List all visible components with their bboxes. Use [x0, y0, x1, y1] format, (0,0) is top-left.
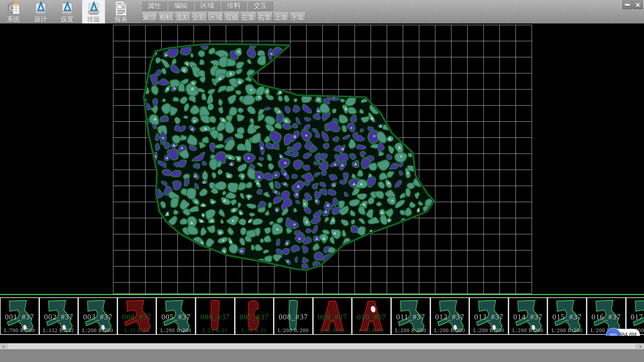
scroll-left-arrow[interactable]: ‹	[0, 343, 7, 349]
tool-button-label: 设置	[61, 16, 73, 23]
minimize-button[interactable]	[623, 1, 632, 9]
horizontal-scrollbar[interactable]: ‹ ›	[0, 343, 644, 349]
tool-button-系统[interactable]: 系统	[2, 0, 25, 23]
close-button[interactable]: ×	[633, 1, 643, 9]
tool-button-label: 系统	[7, 16, 20, 23]
piece-lr-count: L:200 R:200	[392, 327, 430, 334]
piece-thumbnail-009_#37[interactable]: 009_#37L:32 R:31	[313, 297, 352, 335]
piece-thumbnail-015_#37[interactable]: 015_#37L:200 R:200	[547, 297, 587, 335]
command-button-row: 聚排相机选割全割区域瑕疵左靠右靠上靠下靠	[142, 12, 306, 23]
command-button-相机[interactable]: 相机	[158, 12, 174, 23]
piece-lr-count: L:31 R:31	[118, 327, 156, 334]
piece-id-label: 004_#37	[118, 313, 156, 321]
scrollbar-thumb[interactable]	[8, 344, 635, 349]
piece-thumbnail-010_#37[interactable]: 010_#37L:33 R:33	[352, 297, 391, 335]
minimize-icon	[625, 4, 630, 6]
piece-thumbnail-011_#37[interactable]: 011_#37L:200 R:200	[391, 297, 430, 335]
tool-button-label: 报表	[115, 16, 127, 23]
piece-lr-count: L:200 R:200	[470, 327, 508, 334]
piece-lr-count: L:32 R:31	[314, 327, 352, 334]
piece-id-label: 014_#37	[509, 313, 547, 321]
menu-tab-交互[interactable]: 交互	[248, 1, 273, 11]
piece-thumbnail-012_#37[interactable]: 012_#37L:200 R:200	[430, 297, 470, 335]
menu-tab-编辑[interactable]: 编辑	[168, 1, 194, 11]
command-button-右靠[interactable]: 右靠	[257, 12, 273, 23]
close-icon: ×	[635, 1, 640, 9]
piece-lr-count: L:700 R:700	[1, 327, 39, 334]
piece-thumbnail-008_#37[interactable]: 008_#37L:200 R:200	[274, 297, 313, 335]
status-footer	[0, 349, 644, 362]
piece-id-label: 011_#37	[392, 313, 430, 321]
piece-id-label: 016_#37	[587, 313, 625, 321]
tool-button-设置[interactable]: 设置	[56, 0, 78, 23]
set-square-icon	[33, 1, 48, 16]
piece-id-label: 003_#37	[79, 313, 117, 321]
set-square-icon	[86, 1, 101, 16]
piece-thumbnail-001_#37[interactable]: 001_#37L:700 R:700	[0, 297, 39, 335]
piece-id-label: 013_#37	[470, 313, 508, 321]
tool-button-label: 设计	[34, 16, 47, 23]
piece-lr-count: L:31 R:31	[235, 327, 273, 334]
set-square-icon	[60, 1, 74, 16]
piece-lr-count: L:132 R:132	[40, 327, 78, 334]
piece-id-label: 010_#37	[353, 313, 390, 321]
report-icon	[114, 1, 128, 16]
piece-lr-count: L:200 R:200	[509, 327, 547, 334]
tool-button-设计[interactable]: 设计	[29, 0, 52, 23]
piece-id-label: 008_#37	[274, 313, 312, 321]
command-button-全割[interactable]: 全割	[191, 12, 207, 23]
command-button-区域[interactable]: 区域	[207, 12, 223, 23]
piece-id-label: 006_#37	[196, 313, 234, 321]
command-button-选割[interactable]: 选割	[174, 12, 191, 23]
piece-id-label: 009_#37	[314, 313, 352, 321]
piece-thumbnail-006_#37[interactable]: 006_#37L:21 R:21	[196, 297, 235, 335]
piece-lr-count: L:200 R:200	[274, 327, 312, 334]
tool-button-报表[interactable]: 报表	[110, 0, 132, 23]
piece-id-label: 012_#37	[431, 313, 469, 321]
piece-lr-count: L:200 R:200	[431, 327, 469, 334]
command-button-上靠[interactable]: 上靠	[273, 12, 289, 23]
nesting-canvas[interactable]	[0, 23, 644, 294]
piece-lr-count: L:21 R:21	[196, 327, 234, 334]
piece-thumbnail-strip: 001_#37L:700 R:700002_#37L:132 R:132003_…	[0, 295, 644, 336]
piece-id-label: 015_#37	[548, 313, 586, 321]
tool-button-排版[interactable]: 排版	[82, 0, 105, 23]
piece-id-label: 005_#37	[157, 313, 195, 321]
gear-document-icon	[6, 1, 21, 16]
command-button-下靠[interactable]: 下靠	[289, 12, 306, 23]
nesting-workspace[interactable]	[0, 23, 644, 294]
window-controls: ×	[623, 1, 643, 9]
titlebar: 系统设计设置排版报表 属性编辑区域排料交互 聚排相机选割全割区域瑕疵左靠右靠上靠…	[0, 0, 644, 24]
menu-tab-排料[interactable]: 排料	[221, 1, 247, 11]
piece-lr-count: L:200 R:200	[79, 327, 117, 334]
piece-thumbnail-014_#37[interactable]: 014_#37L:200 R:200	[508, 297, 548, 335]
piece-lr-count: L:200 R:200	[548, 327, 586, 334]
piece-thumbnail-003_#37[interactable]: 003_#37L:200 R:200	[78, 297, 117, 335]
menu-tab-bar: 属性编辑区域排料交互	[142, 1, 273, 11]
piece-thumbnail-002_#37[interactable]: 002_#37L:132 R:132	[39, 297, 78, 335]
piece-lr-count: L:33 R:33	[353, 327, 390, 334]
tool-button-label: 排版	[87, 16, 100, 23]
piece-id-label: 007_#37	[235, 313, 273, 321]
piece-id-label: 017_#37	[627, 313, 644, 321]
piece-thumbnail-004_#37[interactable]: 004_#37L:31 R:31	[117, 297, 157, 335]
piece-id-label: 001_#37	[1, 313, 39, 321]
command-button-瑕疵[interactable]: 瑕疵	[224, 12, 240, 23]
scroll-right-arrow[interactable]: ›	[637, 343, 644, 349]
bottom-gap	[0, 336, 644, 343]
menu-tab-属性[interactable]: 属性	[142, 1, 167, 11]
command-button-聚排[interactable]: 聚排	[142, 12, 158, 23]
command-button-左靠[interactable]: 左靠	[240, 12, 256, 23]
piece-thumbnail-007_#37[interactable]: 007_#37L:31 R:31	[235, 297, 274, 335]
piece-lr-count: L:200 R:200	[157, 327, 195, 334]
menu-tab-区域[interactable]: 区域	[195, 1, 220, 11]
piece-thumbnail-013_#37[interactable]: 013_#37L:200 R:200	[469, 297, 508, 335]
piece-thumbnail-005_#37[interactable]: 005_#37L:200 R:200	[156, 297, 196, 335]
piece-id-label: 002_#37	[40, 313, 78, 321]
